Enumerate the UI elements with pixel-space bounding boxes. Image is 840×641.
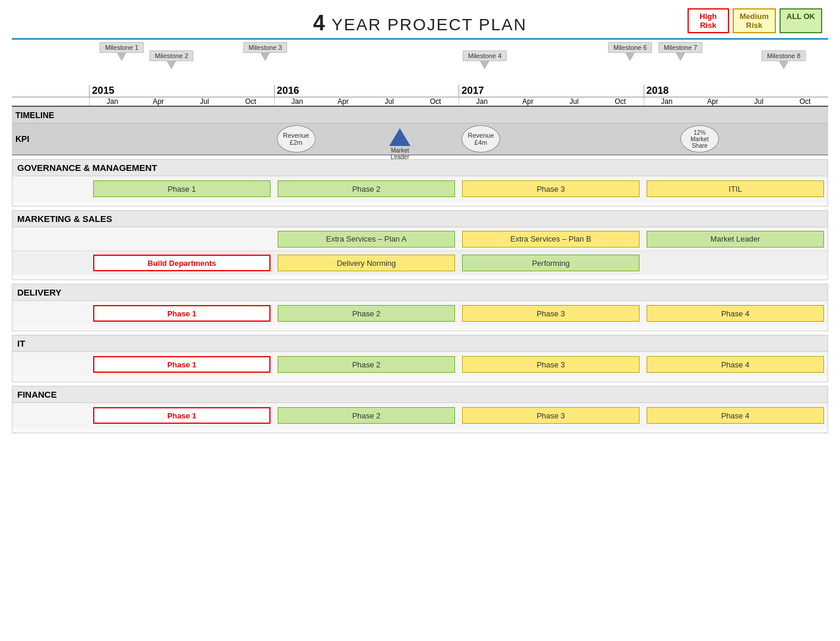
legend-all-ok: ALL OK	[779, 8, 822, 33]
fin-phase4-bar: Phase 4	[647, 407, 824, 424]
year-2018: 2018	[644, 85, 829, 97]
month-oct2: Oct	[412, 97, 459, 106]
month-jul4: Jul	[736, 97, 782, 106]
title-rest: YEAR PROJECT PLAN	[332, 15, 527, 34]
month-jan1: Jan	[89, 97, 135, 106]
milestone-1: Milestone 1	[100, 42, 144, 61]
kpi-items: Revenue£2m MarketLeader Revenue£4m 12%Ma…	[89, 123, 828, 154]
legend-medium-risk: MediumRisk	[733, 8, 776, 33]
finance-title: FINANCE	[12, 389, 828, 399]
mkt-extra-plan-b-bar: Extra Services – Plan B	[462, 231, 639, 247]
it-row-1: Phase 1 Phase 2 Phase 3 Phase 4	[12, 352, 828, 377]
delivery-spacer	[12, 326, 828, 331]
mkt-delivery-norming-bar: Delivery Norming	[278, 255, 455, 271]
marketing-row-2: Build Departments Delivery Norming Perfo…	[12, 251, 828, 275]
milestone-1-label: Milestone 1	[100, 42, 144, 53]
milestone-8-label: Milestone 8	[762, 50, 806, 61]
milestone-6: Milestone 6	[608, 42, 652, 61]
finance-header: FINANCE	[12, 386, 828, 403]
del-phase2-bar: Phase 2	[278, 305, 455, 322]
milestone-7: Milestone 7	[658, 42, 702, 61]
gov-itil-bar: ITIL	[647, 180, 824, 197]
milestone-2: Milestone 2	[149, 50, 193, 69]
milestone-2-arrow	[167, 61, 176, 69]
month-oct3: Oct	[597, 97, 644, 106]
timeline-label: TIMELINE	[12, 110, 89, 120]
milestone-4-label: Milestone 4	[463, 50, 507, 61]
month-apr1: Apr	[135, 97, 182, 106]
title-bold: 4	[313, 11, 326, 35]
month-apr2: Apr	[320, 97, 366, 106]
mkt-extra-plan-a-bar: Extra Services – Plan A	[278, 231, 455, 247]
milestone-6-label: Milestone 6	[608, 42, 652, 53]
delivery-row-1: Phase 1 Phase 2 Phase 3 Phase 4	[12, 301, 828, 326]
it-title: IT	[12, 338, 828, 348]
governance-title: GOVERNANCE & MANAGEMENT	[12, 163, 828, 173]
milestone-7-arrow	[676, 53, 685, 61]
milestone-4-arrow	[480, 61, 489, 69]
section-governance: GOVERNANCE & MANAGEMENT Phase 1 Phase 2 …	[12, 159, 828, 207]
fin-phase1-bar: Phase 1	[93, 407, 271, 424]
it-phase2-bar: Phase 2	[278, 356, 455, 373]
month-jul2: Jul	[366, 97, 412, 106]
milestone-4: Milestone 4	[463, 50, 507, 69]
del-phase1-bar: Phase 1	[93, 305, 271, 322]
milestone-3: Milestone 3	[243, 42, 287, 61]
month-jan3: Jan	[459, 97, 505, 106]
gov-phase2-bar: Phase 2	[278, 180, 455, 197]
it-phase1-bar: Phase 1	[93, 356, 271, 373]
mkt-build-depts-bar: Build Departments	[93, 255, 271, 271]
page: 4 YEAR PROJECT PLAN HighRisk MediumRisk …	[0, 0, 840, 641]
kpi-triangle-market-leader: MarketLeader	[389, 128, 411, 160]
governance-spacer	[12, 201, 828, 206]
gov-phase3-bar: Phase 3	[462, 180, 639, 197]
kpi-bubble-revenue-2m: Revenue£2m	[277, 125, 316, 153]
marketing-header: MARKETING & SALES	[12, 211, 828, 227]
section-finance: FINANCE Phase 1 Phase 2 Phase 3 Phase 4	[12, 386, 828, 433]
kpi-bubble-revenue-4m: Revenue£4m	[462, 125, 500, 153]
it-header: IT	[12, 335, 828, 352]
milestones-row: Milestone 1 Milestone 2 Milestone 3 Mile…	[12, 42, 828, 85]
it-spacer	[12, 377, 828, 382]
kpi-row: KPI Revenue£2m MarketLeader Revenue£4m 1…	[12, 123, 828, 156]
fin-phase2-bar: Phase 2	[278, 407, 455, 424]
milestone-8: Milestone 8	[762, 50, 806, 69]
marketing-title: MARKETING & SALES	[12, 214, 828, 224]
kpi-label: KPI	[12, 134, 89, 144]
month-jul3: Jul	[551, 97, 597, 106]
gov-phase1-bar: Phase 1	[93, 180, 271, 197]
milestone-1-arrow	[117, 53, 126, 61]
governance-header: GOVERNANCE & MANAGEMENT	[12, 160, 828, 176]
marketing-row-1: Extra Services – Plan A Extra Services –…	[12, 227, 828, 251]
header-line	[12, 38, 828, 40]
section-delivery: DELIVERY Phase 1 Phase 2 Phase 3 Phase 4	[12, 284, 828, 331]
month-jan2: Jan	[274, 97, 320, 106]
milestone-6-arrow	[625, 53, 635, 61]
delivery-header: DELIVERY	[12, 284, 828, 301]
fin-phase3-bar: Phase 3	[462, 407, 639, 424]
month-jul1: Jul	[182, 97, 228, 106]
kpi-bubble-market-share: 12%MarketShare	[680, 125, 719, 153]
page-title: 4 YEAR PROJECT PLAN	[313, 11, 527, 36]
year-2015: 2015	[89, 85, 274, 97]
milestone-8-arrow	[779, 61, 788, 69]
month-apr4: Apr	[689, 97, 736, 106]
month-row: Jan Apr Jul Oct Jan Apr Jul Oct Jan Apr …	[12, 97, 828, 107]
mkt-market-leader-bar: Market Leader	[647, 231, 824, 247]
year-2016: 2016	[274, 85, 459, 97]
section-marketing: MARKETING & SALES Extra Services – Plan …	[12, 210, 828, 280]
milestone-3-arrow	[260, 53, 270, 61]
month-oct1: Oct	[228, 97, 274, 106]
legend-high-risk: HighRisk	[688, 8, 729, 33]
del-phase3-bar: Phase 3	[462, 305, 639, 322]
it-phase4-bar: Phase 4	[647, 356, 824, 373]
it-phase3-bar: Phase 3	[462, 356, 639, 373]
delivery-title: DELIVERY	[12, 287, 828, 297]
month-oct4: Oct	[782, 97, 828, 106]
section-it: IT Phase 1 Phase 2 Phase 3 Phase 4	[12, 335, 828, 382]
finance-row-1: Phase 1 Phase 2 Phase 3 Phase 4	[12, 403, 828, 428]
finance-spacer	[12, 428, 828, 433]
month-apr3: Apr	[505, 97, 551, 106]
marketing-spacer	[12, 275, 828, 280]
year-row: 2015 2016 2017 2018	[12, 85, 828, 97]
